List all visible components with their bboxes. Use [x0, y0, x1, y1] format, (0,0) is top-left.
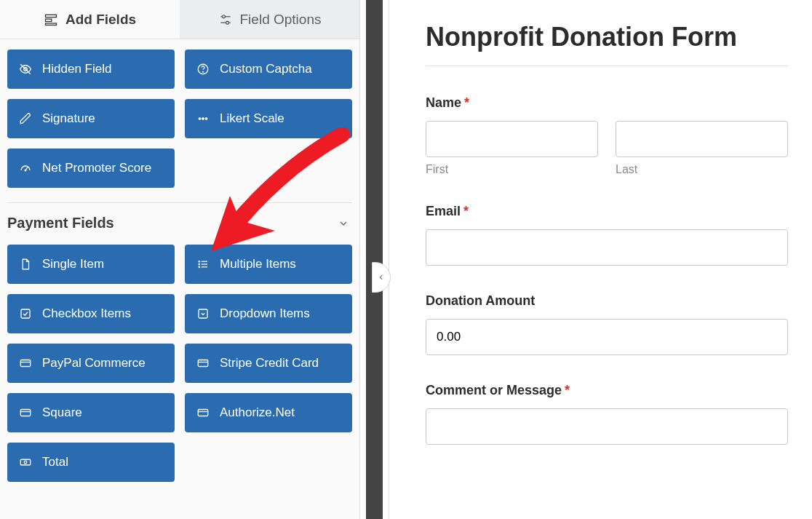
card-icon	[19, 357, 32, 370]
svg-rect-0	[45, 15, 56, 17]
tab-field-options-label: Field Options	[240, 12, 322, 28]
svg-rect-1	[45, 19, 51, 21]
email-label: Email*	[426, 204, 788, 219]
svg-rect-23	[20, 360, 31, 367]
svg-point-20	[199, 266, 200, 268]
svg-point-6	[226, 21, 228, 24]
payment-field-button-multiple-items[interactable]: Multiple Items	[185, 245, 352, 284]
field-button-label: Custom Captcha	[220, 62, 312, 76]
svg-rect-31	[20, 459, 31, 465]
svg-rect-25	[198, 360, 208, 367]
payment-field-button-label: Total	[42, 455, 68, 470]
payment-field-button-label: PayPal Commerce	[42, 356, 146, 371]
payment-fields-title: Payment Fields	[7, 215, 114, 231]
email-input[interactable]	[426, 229, 788, 266]
card-icon	[196, 357, 210, 370]
svg-point-9	[202, 71, 204, 73]
tab-add-fields-label: Add Fields	[65, 12, 136, 28]
payment-field-button-single-item[interactable]: Single Item	[7, 245, 175, 284]
fields-scroll[interactable]: Hidden FieldCustom CaptchaSignatureLiker…	[0, 39, 359, 507]
money-icon	[19, 456, 32, 469]
panel-divider	[360, 0, 389, 519]
svg-rect-27	[20, 410, 31, 416]
field-button-custom-captcha[interactable]: Custom Captcha	[185, 49, 352, 89]
payment-fields-heading[interactable]: Payment Fields	[7, 202, 352, 234]
field-button-signature[interactable]: Signature	[7, 99, 175, 138]
gauge-icon	[19, 162, 32, 175]
field-button-net-promoter-score[interactable]: Net Promoter Score	[7, 148, 175, 188]
sidebar: Add Fields Field Options Hidden FieldCus…	[0, 0, 360, 519]
field-button-label: Likert Scale	[220, 111, 284, 126]
name-label: Name*	[426, 95, 788, 111]
divider-line	[426, 66, 788, 66]
payment-field-button-dropdown-items[interactable]: Dropdown Items	[185, 294, 352, 333]
form-title: Nonprofit Donation Form	[426, 22, 812, 52]
last-name-sublabel: Last	[616, 163, 788, 176]
chevron-left-icon	[378, 274, 385, 281]
payment-field-button-square[interactable]: Square	[7, 393, 175, 432]
pencil-icon	[19, 112, 32, 125]
payment-field-button-total[interactable]: Total	[7, 443, 175, 482]
question-icon	[196, 63, 210, 76]
sidebar-tabs: Add Fields Field Options	[0, 0, 359, 39]
payment-field-button-label: Multiple Items	[220, 257, 296, 272]
card-icon	[19, 406, 32, 419]
svg-point-11	[202, 118, 204, 120]
tab-field-options[interactable]: Field Options	[180, 0, 359, 39]
collapse-sidebar-button[interactable]	[372, 262, 391, 293]
svg-rect-29	[198, 410, 208, 416]
file-icon	[19, 258, 32, 271]
field-button-hidden-field[interactable]: Hidden Field	[7, 49, 175, 89]
dots-icon	[196, 112, 210, 125]
last-name-input[interactable]	[616, 121, 788, 157]
field-button-label: Signature	[42, 111, 95, 126]
comment-field[interactable]: Comment or Message*	[426, 383, 788, 445]
payment-field-button-label: Dropdown Items	[220, 306, 310, 321]
payment-field-button-label: Square	[42, 405, 82, 420]
list-icon	[196, 258, 210, 271]
field-button-likert-scale[interactable]: Likert Scale	[185, 99, 352, 138]
first-name-input[interactable]	[426, 121, 598, 157]
svg-point-32	[24, 461, 27, 464]
payment-field-button-label: Single Item	[42, 257, 104, 272]
svg-point-14	[25, 170, 26, 171]
payment-field-button-paypal-commerce[interactable]: PayPal Commerce	[7, 344, 175, 383]
payment-field-button-authorize-net[interactable]: Authorize.Net	[185, 393, 352, 432]
svg-point-12	[205, 118, 207, 120]
svg-point-10	[199, 118, 201, 120]
donation-label: Donation Amount	[426, 293, 788, 309]
card-icon	[196, 406, 210, 419]
tab-add-fields[interactable]: Add Fields	[0, 0, 180, 39]
comment-label: Comment or Message*	[426, 383, 788, 398]
payment-field-button-checkbox-items[interactable]: Checkbox Items	[7, 294, 175, 333]
svg-point-4	[222, 15, 225, 17]
comment-input[interactable]	[426, 408, 788, 445]
payment-field-button-label: Checkbox Items	[42, 306, 131, 321]
payment-field-button-stripe-credit-card[interactable]: Stripe Credit Card	[185, 344, 352, 383]
form-layout-icon	[44, 12, 58, 27]
svg-point-19	[199, 264, 200, 265]
chevron-down-icon	[338, 218, 349, 229]
svg-point-18	[199, 261, 200, 262]
sliders-icon	[218, 12, 233, 27]
svg-rect-2	[45, 23, 56, 25]
payment-field-button-label: Authorize.Net	[220, 405, 295, 420]
field-button-label: Hidden Field	[42, 62, 111, 76]
name-field[interactable]: Name* First Last	[426, 95, 788, 176]
payment-field-button-label: Stripe Credit Card	[220, 356, 319, 371]
hidden-icon	[19, 63, 32, 76]
caret-square-icon	[196, 307, 210, 320]
checkbox-icon	[19, 307, 32, 320]
form-preview: Nonprofit Donation Form Name* First Last…	[389, 0, 812, 519]
email-field[interactable]: Email*	[426, 204, 788, 266]
field-button-label: Net Promoter Score	[42, 161, 151, 175]
svg-rect-22	[199, 309, 207, 318]
donation-input[interactable]	[426, 319, 788, 355]
svg-rect-21	[21, 309, 30, 318]
donation-field[interactable]: Donation Amount	[426, 293, 788, 355]
first-name-sublabel: First	[426, 163, 598, 176]
